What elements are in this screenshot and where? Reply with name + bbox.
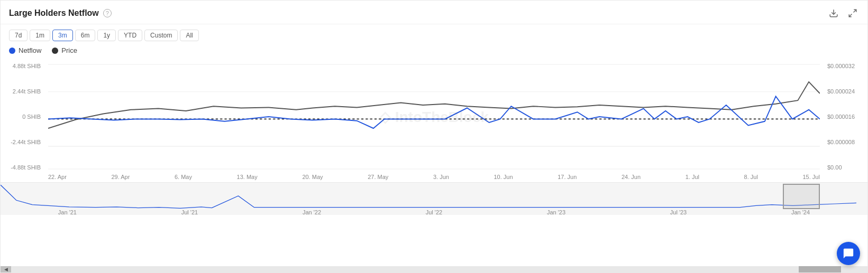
y-right-0: $0.000032	[823, 63, 863, 69]
y-right-2: $0.000016	[823, 114, 863, 120]
price-dot	[52, 48, 58, 54]
btn-6m[interactable]: 6m	[75, 30, 96, 41]
legend-price-label: Price	[61, 46, 77, 54]
svg-line-2	[849, 14, 852, 17]
y-right-4: $0.00	[823, 164, 863, 171]
expand-button[interactable]	[846, 7, 859, 20]
bottom-scrollbar[interactable]: ◀	[1, 266, 867, 272]
btn-1m[interactable]: 1m	[30, 30, 50, 41]
header-left: Large Holders Netflow ?	[9, 8, 112, 18]
chart-title: Large Holders Netflow	[9, 8, 99, 18]
mini-x-6: Jan '24	[791, 209, 810, 215]
btn-7d[interactable]: 7d	[9, 30, 28, 41]
svg-line-1	[854, 10, 856, 12]
mini-x-1: Jul '21	[181, 209, 198, 215]
mini-x-4: Jan '23	[547, 209, 565, 215]
time-controls: 7d 1m 3m 6m 1y YTD Custom All	[1, 24, 867, 44]
range-selector[interactable]	[783, 184, 820, 209]
y-axis-left: 4.88t SHIB 2.44t SHIB 0 SHIB -2.44t SHIB…	[1, 59, 48, 175]
mini-x-2: Jan '22	[303, 209, 321, 215]
header-right	[827, 7, 859, 20]
mini-x-0: Jan '21	[58, 209, 77, 215]
btn-3m[interactable]: 3m	[52, 30, 73, 41]
y-axis-right: $0.000032 $0.000024 $0.000016 $0.000008 …	[820, 59, 867, 175]
mini-x-3: Jul '22	[426, 209, 442, 215]
mini-chart-container: Jan '21 Jul '21 Jan '22 Jul '22 Jan '23 …	[1, 182, 867, 215]
chart-svg	[48, 59, 820, 175]
download-button[interactable]	[827, 7, 840, 20]
legend-netflow-label: Netflow	[19, 46, 41, 54]
scroll-track[interactable]	[11, 266, 867, 272]
scroll-thumb[interactable]	[799, 266, 841, 272]
y-right-3: $0.000008	[823, 139, 863, 145]
legend-price: Price	[52, 46, 77, 54]
btn-all[interactable]: All	[180, 30, 198, 41]
chart-container: Large Holders Netflow ?	[0, 0, 868, 273]
y-left-0: 4.88t SHIB	[5, 63, 45, 69]
btn-1y[interactable]: 1y	[97, 30, 116, 41]
y-left-3: -2.44t SHIB	[5, 139, 45, 145]
mini-chart-svg	[1, 183, 867, 209]
svg-chart-wrapper: ◇ IntoTheBlock	[48, 59, 820, 175]
y-left-1: 2.44t SHIB	[5, 88, 45, 95]
legend-netflow: Netflow	[9, 46, 41, 54]
y-left-2: 0 SHIB	[5, 114, 45, 120]
netflow-dot	[9, 48, 15, 54]
btn-ytd[interactable]: YTD	[118, 30, 142, 41]
mini-x-5: Jul '23	[670, 209, 687, 215]
y-right-1: $0.000024	[823, 88, 863, 95]
help-icon[interactable]: ?	[103, 9, 112, 17]
chat-button[interactable]	[837, 242, 860, 265]
chart-header: Large Holders Netflow ?	[1, 1, 867, 24]
y-left-4: -4.88t SHIB	[5, 164, 45, 171]
chart-legend: Netflow Price	[1, 44, 867, 59]
mini-x-axis: Jan '21 Jul '21 Jan '22 Jul '22 Jan '23 …	[1, 209, 867, 215]
btn-custom[interactable]: Custom	[144, 30, 178, 41]
scroll-left-button[interactable]: ◀	[1, 266, 11, 272]
main-chart-area: 4.88t SHIB 2.44t SHIB 0 SHIB -2.44t SHIB…	[1, 59, 867, 175]
